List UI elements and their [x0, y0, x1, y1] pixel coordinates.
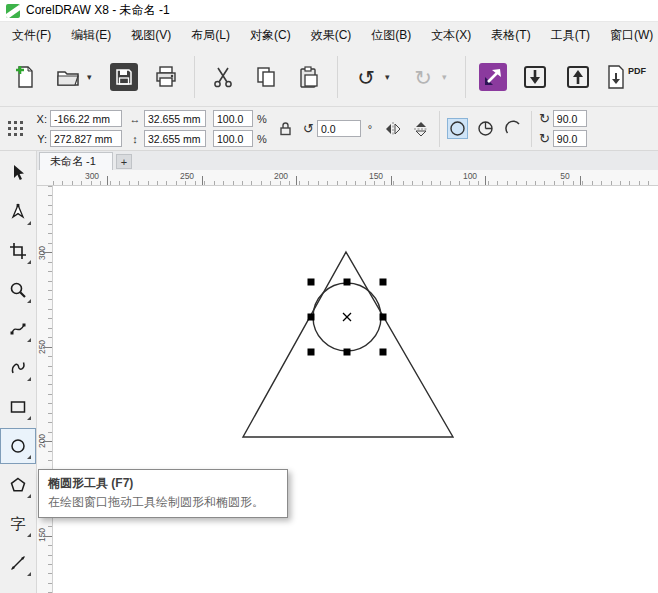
pie-mode-button[interactable] [475, 118, 496, 139]
handle-middle-left[interactable] [308, 314, 315, 321]
horizontal-ruler[interactable]: 300 250 200 150 100 50 [37, 170, 658, 186]
percent-label: % [256, 113, 268, 125]
dimension-tool-button[interactable] [1, 546, 35, 580]
save-button[interactable] [110, 63, 138, 91]
shape-tool-button[interactable] [1, 195, 35, 229]
menu-window[interactable]: 窗口(W) [600, 23, 658, 48]
publish-to-pdf-button[interactable]: PDF [606, 64, 646, 90]
menu-bar: 文件(F) 编辑(E) 视图(V) 布局(L) 对象(C) 效果(C) 位图(B… [0, 22, 658, 48]
open-folder-icon [55, 64, 81, 90]
menu-effects[interactable]: 效果(C) [301, 23, 362, 48]
arc-mode-button[interactable] [503, 118, 524, 139]
artistic-media-tool-button[interactable] [1, 351, 35, 385]
arc-mode-icon [505, 120, 522, 137]
object-height-icon: ↕ [129, 133, 141, 145]
object-center-marker[interactable] [343, 313, 351, 321]
undo-button[interactable]: ↺ [351, 62, 381, 92]
coreldraw-window: { "window": { "title": "CorelDRAW X8 - 未… [0, 0, 658, 593]
open-dropdown-caret-icon[interactable]: ▾ [87, 72, 97, 82]
polygon-tool-icon [9, 476, 27, 494]
arc-end-angle-input[interactable]: 90.0 [553, 130, 587, 147]
handle-bottom-left[interactable] [308, 349, 315, 356]
object-width-input[interactable]: 32.655 mm [144, 110, 206, 127]
object-height-input[interactable]: 32.655 mm [144, 130, 206, 147]
lock-ratio-button[interactable] [275, 118, 296, 139]
menu-layout[interactable]: 布局(L) [181, 23, 240, 48]
object-width-icon: ↔ [129, 113, 141, 125]
freehand-tool-button[interactable] [1, 312, 35, 346]
mirror-horizontal-button[interactable] [383, 118, 404, 139]
redo-icon: ↻ [414, 67, 432, 88]
y-position-input[interactable]: 272.827 mm [50, 130, 122, 147]
menu-file[interactable]: 文件(F) [2, 23, 61, 48]
scale-y-input[interactable]: 100.0 [213, 130, 253, 147]
cut-button[interactable] [208, 62, 238, 92]
property-bar-separator [439, 111, 440, 147]
vertical-ruler[interactable]: 300 250 200 150 [37, 186, 53, 593]
rectangle-tool-button[interactable] [1, 390, 35, 424]
menu-edit[interactable]: 编辑(E) [61, 23, 121, 48]
open-button[interactable] [53, 62, 83, 92]
search-content-icon [482, 66, 504, 88]
artistic-media-tool-icon [9, 359, 27, 377]
text-tool-button[interactable]: 字 [1, 507, 35, 541]
property-bar-separator [531, 111, 532, 147]
property-bar: X: -166.22 mm Y: 272.827 mm ↔ 32.655 mm … [0, 107, 658, 151]
object-position-group: X: -166.22 mm Y: 272.827 mm [33, 110, 122, 147]
scale-x-input[interactable]: 100.0 [213, 110, 253, 127]
paste-button[interactable] [294, 62, 324, 92]
crop-tool-button[interactable] [1, 234, 35, 268]
lock-icon [279, 121, 292, 136]
menu-tools[interactable]: 工具(T) [541, 23, 600, 48]
export-button[interactable] [563, 62, 593, 92]
document-tab-active[interactable]: 未命名 -1 [39, 152, 113, 170]
menu-object[interactable]: 对象(C) [240, 23, 301, 48]
new-document-button[interactable] [10, 62, 40, 92]
object-origin-button[interactable] [5, 118, 26, 139]
menu-table[interactable]: 表格(T) [481, 23, 540, 48]
pick-tool-button[interactable] [1, 156, 35, 190]
ellipse-tool-button[interactable] [1, 429, 35, 463]
x-position-input[interactable]: -166.22 mm [50, 110, 122, 127]
handle-bottom-right[interactable] [380, 349, 387, 356]
pick-tool-icon [9, 164, 27, 182]
zoom-tool-button[interactable] [1, 273, 35, 307]
mirror-vertical-button[interactable] [411, 118, 432, 139]
print-button[interactable] [151, 62, 181, 92]
menu-bitmaps[interactable]: 位图(B) [361, 23, 421, 48]
undo-dropdown-caret-icon[interactable]: ▾ [385, 72, 395, 82]
toolbar-separator [194, 56, 195, 98]
redo-button[interactable]: ↻ [408, 62, 438, 92]
new-tab-button[interactable]: + [116, 154, 132, 169]
hruler-label: 300 [81, 171, 103, 181]
handle-middle-right[interactable] [380, 314, 387, 321]
handle-top-left[interactable] [308, 279, 315, 286]
copy-button[interactable] [251, 62, 281, 92]
menu-view[interactable]: 视图(V) [121, 23, 181, 48]
dimension-tool-icon [9, 554, 27, 572]
search-content-button[interactable] [479, 63, 507, 91]
rotation-angle-input[interactable]: 0.0 [317, 120, 361, 137]
drawing-canvas[interactable] [53, 186, 658, 593]
polygon-tool-button[interactable] [1, 468, 35, 502]
connector-tool-button[interactable] [1, 585, 35, 593]
ellipse-mode-button[interactable] [447, 118, 468, 139]
title-bar: CorelDRAW X8 - 未命名 -1 [0, 0, 658, 22]
arc-start-angle-input[interactable]: 90.0 [553, 110, 587, 127]
origin-grid-icon [8, 121, 24, 137]
handle-bottom-center[interactable] [344, 349, 351, 356]
window-title: CorelDRAW X8 - 未命名 -1 [26, 2, 170, 19]
degree-label: ° [364, 123, 376, 135]
menu-text[interactable]: 文本(X) [421, 23, 481, 48]
hruler-label: 250 [176, 171, 198, 181]
redo-dropdown-caret-icon[interactable]: ▾ [442, 72, 452, 82]
import-button[interactable] [520, 62, 550, 92]
arc-angles-group: ↻ 90.0 ↻ 90.0 [539, 110, 587, 147]
hruler-label: 50 [554, 171, 576, 181]
rectangle-tool-icon [9, 398, 27, 416]
new-document-icon [12, 64, 38, 90]
handle-top-center[interactable] [344, 279, 351, 286]
document-tab-bar: 未命名 -1 + [37, 151, 658, 170]
handle-top-right[interactable] [380, 279, 387, 286]
hruler-label: 200 [270, 171, 292, 181]
